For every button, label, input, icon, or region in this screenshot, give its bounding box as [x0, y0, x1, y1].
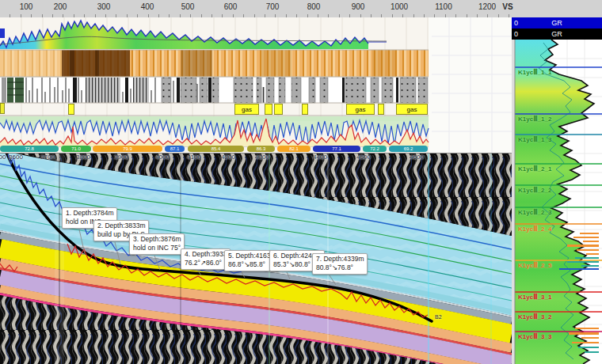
ruler-tick: 500 — [181, 2, 195, 11]
inclination-segment[interactable]: 85.4 — [188, 146, 244, 152]
inclination-segment[interactable]: 72.2 — [363, 146, 387, 152]
formation-label[interactable]: K1ycⅢ_3_2 — [518, 313, 551, 320]
ruler-tick: 300 — [97, 2, 111, 11]
lithology-track — [0, 78, 429, 103]
formation-label[interactable]: K1ycⅢ_3_3 — [518, 333, 551, 340]
geosteering-app: 100 200 300 400 500 600 700 800 900 1000… — [0, 0, 602, 364]
inclination-segment[interactable]: 71.0 — [61, 146, 91, 152]
ruler-tick: 1200 — [478, 2, 496, 11]
ruler-tick: 800 — [307, 2, 321, 11]
gr-scale-header-1[interactable]: 0 GR — [512, 17, 602, 28]
target-label: B2 — [435, 314, 442, 320]
inclination-segment[interactable]: 77.1 — [313, 146, 360, 152]
depth-tick: 00 — [0, 154, 6, 161]
gas-flag[interactable] — [274, 104, 283, 115]
heatmap-track — [0, 50, 429, 77]
inclination-segment[interactable]: 82.1 — [277, 146, 311, 152]
inclination-segment[interactable]: 87.1 — [165, 146, 185, 152]
formation-label[interactable]: K1ycⅢ_2_4 — [518, 226, 551, 233]
inclination-segment[interactable]: 72.8 — [0, 146, 59, 152]
ruler-tick: 200 — [54, 2, 67, 11]
formation-label[interactable]: K1ycⅢ_1_1 — [518, 69, 551, 76]
gas-flag[interactable] — [302, 104, 308, 115]
formation-label[interactable]: K1ycⅢ_3_1 — [518, 294, 551, 301]
gas-flag[interactable]: gas — [396, 104, 428, 115]
formation-label[interactable]: K1ycⅢ_2_1 — [518, 165, 551, 173]
ruler-tick: 700 — [266, 2, 280, 11]
well-plan-annotation-3[interactable]: 3. Depth:3876mhold on INC 75° — [129, 233, 185, 255]
formation-label[interactable]: K1ycⅢ_1_3 — [518, 136, 551, 143]
depth-tick: 4100 — [187, 154, 201, 161]
gas-flag[interactable] — [378, 104, 384, 115]
depth-tick: 3900 — [114, 154, 128, 161]
inclination-segment[interactable]: 69.2 — [389, 146, 428, 152]
depth-tick: 3800 — [76, 154, 90, 161]
formation-label[interactable]: K1ycⅢ_1_2 — [518, 116, 551, 123]
ruler-tick: 900 — [352, 2, 365, 11]
depth-tick: 3600 — [9, 154, 23, 161]
depth-tick: 4200 — [221, 154, 235, 161]
ruler-tick: 1000 — [391, 2, 408, 11]
log-tracks-panel[interactable] — [0, 17, 512, 153]
formation-label[interactable]: K1ycⅢ_2_2 — [518, 187, 551, 194]
depth-tick: 4300 — [255, 154, 269, 161]
inclination-segment[interactable]: 79.9 — [93, 146, 162, 152]
depth-tick: 4500 — [356, 154, 371, 161]
formation-label[interactable]: K1ycⅢ_2_3 — [518, 209, 551, 216]
gas-flag[interactable] — [68, 104, 74, 115]
formation-label[interactable]: K1ycⅢ_2_5 — [518, 262, 551, 269]
ruler-tick: 1100 — [435, 2, 452, 11]
depth-tick: 3700 — [40, 154, 55, 161]
ruler-tick: 100 — [20, 2, 33, 11]
ruler-tick: 400 — [141, 2, 154, 11]
depth-tick: 4000 — [155, 154, 170, 161]
gr-scale-header-2[interactable]: 0 GR — [512, 28, 602, 40]
well-plan-annotation-7[interactable]: 7. Depth:4339m80.8°↘76.8° — [312, 253, 368, 275]
gas-flag-edge — [0, 103, 5, 114]
ruler-tick: 600 — [224, 2, 238, 11]
vs-ruler[interactable]: 100 200 300 400 500 600 700 800 900 1000… — [0, 0, 602, 18]
depth-tick: 4600 — [410, 154, 424, 161]
gas-flag[interactable] — [265, 104, 272, 115]
ruler-unit-label: VS — [502, 2, 512, 11]
well-plan-annotation-4[interactable]: 4. Depth:393376.2°↗86.0° — [181, 248, 231, 270]
gas-flag[interactable]: gas — [234, 104, 259, 115]
gas-flag[interactable]: gas — [346, 104, 375, 115]
curve-scale-tag — [0, 28, 5, 38]
inclination-segment[interactable]: 86.3 — [247, 146, 275, 152]
depth-tick: 4400 — [313, 154, 327, 161]
